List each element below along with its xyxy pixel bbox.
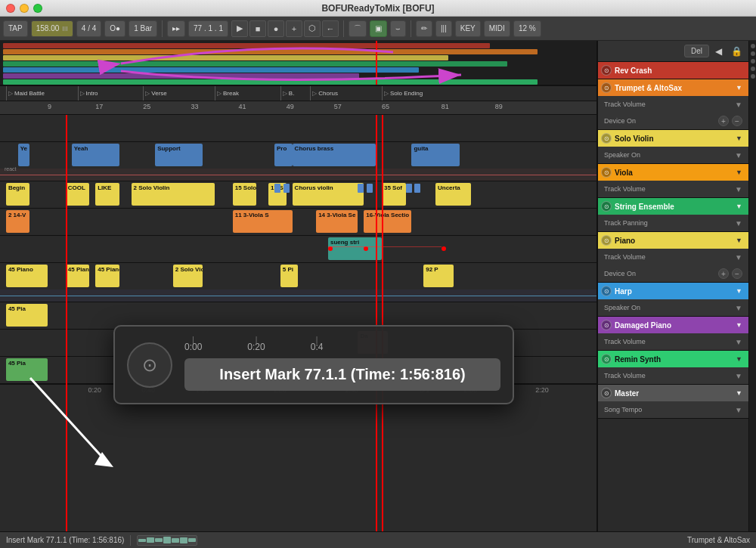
- panel-lock-icon[interactable]: 🔒: [728, 45, 745, 58]
- bpm-display[interactable]: 158.00 III: [31, 20, 73, 37]
- clip[interactable]: 92 P: [423, 265, 453, 287]
- scene-break[interactable]: Break: [215, 86, 240, 101]
- scene-b[interactable]: B.: [280, 86, 296, 101]
- clip[interactable]: 14 3-Viola Se: [316, 210, 358, 233]
- track-activate-viola[interactable]: ⊙: [601, 167, 612, 178]
- skip-button[interactable]: ▸▸: [167, 20, 185, 37]
- back-button[interactable]: ←: [322, 20, 339, 37]
- clip[interactable]: Chorus violin: [293, 183, 364, 206]
- track-header-master[interactable]: ⊙ Master ▼: [598, 385, 748, 401]
- scene-verse[interactable]: Verse: [143, 86, 168, 101]
- sub-arrow-viola[interactable]: ▼: [735, 185, 742, 194]
- add-btn-piano[interactable]: +: [718, 268, 729, 279]
- track-header-viola[interactable]: ⊙ Viola ▼: [598, 164, 748, 181]
- sub-arrow-trumpet[interactable]: ▼: [735, 101, 742, 109]
- clip[interactable]: Uncerta: [435, 183, 471, 206]
- remove-btn-trumpet[interactable]: −: [732, 116, 742, 126]
- track-header-piano[interactable]: ⊙ Piano ▼: [598, 232, 748, 249]
- record-button[interactable]: ●: [268, 20, 284, 37]
- scroll-dot-5[interactable]: [751, 74, 755, 79]
- position-display[interactable]: 77 . 1 . 1: [188, 20, 228, 37]
- loop-button[interactable]: O●: [104, 20, 125, 37]
- close-button[interactable]: [6, 4, 15, 13]
- clip[interactable]: Yeah: [72, 144, 119, 166]
- scene-intro[interactable]: Intro: [78, 86, 100, 101]
- clip[interactable]: 2 Solo Violin: [132, 183, 215, 206]
- clip[interactable]: 2 14-V: [6, 210, 30, 233]
- timeline-ruler[interactable]: 9 17 25 33 41 49 57 65 81 89: [0, 101, 596, 115]
- curve2-button[interactable]: ⌣: [390, 20, 406, 37]
- scene-maid-battle[interactable]: Maid Battle: [6, 86, 46, 101]
- panel-back-icon[interactable]: ◀: [712, 45, 725, 58]
- clip[interactable]: LIKE: [95, 183, 119, 206]
- sub-arrow-damaged[interactable]: ▼: [735, 338, 742, 346]
- track-activate-string[interactable]: ⊙: [601, 201, 612, 212]
- overview-minimap[interactable]: [0, 41, 596, 86]
- time-signature[interactable]: 4 / 4: [76, 20, 101, 37]
- remove-btn-piano[interactable]: −: [732, 268, 742, 279]
- clip[interactable]: Pro: [274, 144, 293, 166]
- bars-button[interactable]: |||: [435, 20, 452, 37]
- clip[interactable]: 16-Viola Sectio: [364, 210, 411, 233]
- green-square-button[interactable]: ▣: [370, 20, 387, 37]
- play-button[interactable]: ▶: [231, 20, 248, 37]
- track-header-crash[interactable]: ⊙ Rev Crash: [598, 62, 748, 79]
- stop-button[interactable]: ■: [249, 20, 266, 37]
- track-activate-damaged[interactable]: ⊙: [601, 320, 612, 330]
- track-activate-piano[interactable]: ⊙: [601, 235, 612, 246]
- sub-arrow-master[interactable]: ▼: [735, 406, 742, 414]
- track-header-remin[interactable]: ⊙ Remin Synth ▼: [598, 351, 748, 367]
- pencil-button[interactable]: ✏: [416, 20, 432, 37]
- scroll-dot-4[interactable]: [751, 67, 755, 71]
- key-button[interactable]: KEY: [455, 20, 481, 37]
- track-header-harp[interactable]: ⊙ Harp ▼: [598, 283, 748, 299]
- track-header-string[interactable]: ⊙ String Ensemble ▼: [598, 198, 748, 215]
- add-button[interactable]: +: [286, 20, 302, 37]
- clip[interactable]: Support: [155, 144, 203, 166]
- clip[interactable]: 45 Piano: [95, 265, 119, 287]
- clip[interactable]: guita: [411, 144, 459, 166]
- clip[interactable]: 45 Pia: [6, 304, 48, 327]
- sub-arrow-piano[interactable]: ▼: [735, 253, 742, 262]
- maximize-button[interactable]: [33, 4, 42, 13]
- scroll-dot-2[interactable]: [751, 51, 755, 56]
- scene-chorus[interactable]: Chorus: [310, 86, 339, 101]
- scroll-dot-3[interactable]: [751, 59, 755, 63]
- clip[interactable]: 35 Sof: [382, 183, 406, 206]
- track-activate-remin[interactable]: ⊙: [601, 354, 612, 364]
- clip[interactable]: Ye: [18, 144, 30, 166]
- minimize-button[interactable]: [20, 4, 29, 13]
- clip[interactable]: 45 Pia: [6, 358, 48, 381]
- clip[interactable]: COOL: [66, 183, 90, 206]
- midi-button[interactable]: MIDI: [484, 20, 510, 37]
- clip[interactable]: 2 Solo Violin: [173, 265, 203, 287]
- track-activate-harp[interactable]: ⊙: [601, 286, 612, 296]
- curve1-button[interactable]: ⌒: [349, 20, 367, 37]
- add-btn-trumpet[interactable]: +: [718, 116, 729, 126]
- clip[interactable]: 45 Piano: [66, 265, 90, 287]
- clip[interactable]: Chorus brass: [293, 144, 376, 166]
- clip[interactable]: Begin: [6, 183, 30, 206]
- del-button[interactable]: Del: [684, 45, 709, 57]
- track-header-damaged[interactable]: ⊙ Damaged Piano ▼: [598, 317, 748, 333]
- track-activate-violin[interactable]: ⊙: [601, 133, 612, 144]
- bar-size-button[interactable]: 1 Bar: [129, 20, 157, 37]
- track-header-trumpet[interactable]: ⊙ Trumpet & AltoSax ▼: [598, 79, 748, 96]
- loop-toggle-button[interactable]: ⬡: [304, 20, 321, 37]
- clip[interactable]: 5 Pi: [280, 265, 299, 287]
- sub-arrow-string[interactable]: ▼: [735, 219, 742, 228]
- clip[interactable]: 11 3-Viola S: [233, 210, 293, 233]
- sub-arrow-remin[interactable]: ▼: [735, 372, 742, 380]
- clip[interactable]: sueng stri: [328, 237, 382, 260]
- sub-arrow-harp[interactable]: ▼: [735, 304, 742, 312]
- zoom-display[interactable]: 12 %: [513, 20, 541, 37]
- scroll-dot-1[interactable]: [751, 44, 755, 48]
- track-activate-master[interactable]: ⊙: [601, 388, 612, 398]
- clip[interactable]: 45 Piano: [6, 265, 48, 287]
- tap-button[interactable]: TAP: [3, 20, 28, 37]
- scene-solo-ending[interactable]: Solo Ending: [382, 86, 424, 101]
- sub-arrow-violin[interactable]: ▼: [735, 151, 742, 159]
- track-activate-trumpet[interactable]: ⊙: [601, 82, 612, 93]
- track-activate-crash[interactable]: ⊙: [601, 65, 612, 76]
- track-header-violin[interactable]: ⊙ Solo Violin ▼: [598, 130, 748, 147]
